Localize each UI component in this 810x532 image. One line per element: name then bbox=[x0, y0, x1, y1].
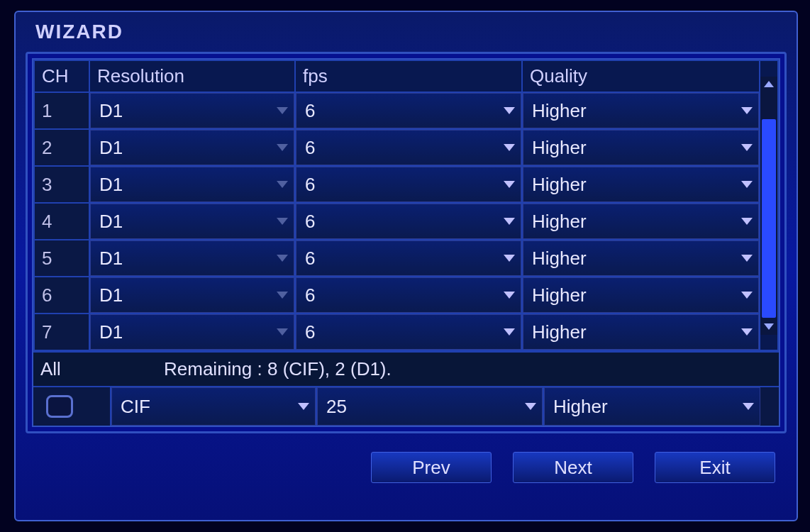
all-resolution-select[interactable]: CIF bbox=[111, 387, 316, 426]
header-ch: CH bbox=[34, 60, 89, 92]
chevron-down-icon bbox=[504, 328, 515, 336]
scroll-up-button[interactable] bbox=[760, 77, 777, 92]
table-row: 1 D1 6 Higher bbox=[34, 92, 778, 129]
chevron-down-icon bbox=[743, 403, 754, 410]
table-row: 7 D1 6 Higher bbox=[34, 314, 778, 350]
chevron-down-icon bbox=[741, 181, 753, 188]
fps-select[interactable]: 6 bbox=[296, 277, 521, 313]
table-row: 6 D1 6 Higher bbox=[34, 277, 778, 314]
channel-grid: CH Resolution fps Quality 1 D1 bbox=[32, 58, 780, 427]
resolution-select[interactable]: D1 bbox=[90, 314, 294, 350]
prev-button[interactable]: Prev bbox=[371, 452, 492, 483]
chevron-down-icon bbox=[504, 218, 515, 225]
chevron-down-icon bbox=[741, 255, 753, 262]
chevron-down-icon bbox=[504, 144, 515, 151]
settings-panel: CH Resolution fps Quality 1 D1 bbox=[26, 52, 787, 433]
scroll-thumb[interactable] bbox=[762, 119, 776, 318]
button-bar: Prev Next Exit bbox=[16, 439, 797, 483]
scrollbar[interactable] bbox=[760, 77, 777, 335]
chevron-down-icon bbox=[741, 107, 753, 114]
remaining-text: Remaining : 8 (CIF), 2 (D1). bbox=[164, 358, 773, 380]
fps-select[interactable]: 6 bbox=[296, 204, 521, 239]
chevron-down-icon bbox=[741, 144, 753, 151]
fps-select[interactable]: 6 bbox=[296, 240, 521, 276]
all-checkbox[interactable] bbox=[46, 395, 73, 418]
quality-select[interactable]: Higher bbox=[523, 167, 759, 202]
resolution-select[interactable]: D1 bbox=[90, 167, 294, 202]
ch-label: 7 bbox=[34, 314, 89, 350]
chevron-down-icon bbox=[277, 328, 288, 336]
scrollbar-cell bbox=[760, 60, 778, 350]
chevron-down-icon bbox=[504, 107, 515, 114]
resolution-select[interactable]: D1 bbox=[90, 93, 294, 128]
table-row: 5 D1 6 Higher bbox=[34, 240, 778, 277]
quality-select[interactable]: Higher bbox=[523, 240, 759, 276]
quality-select[interactable]: Higher bbox=[523, 93, 759, 128]
all-fps-select[interactable]: 25 bbox=[317, 387, 543, 426]
chevron-down-icon bbox=[277, 107, 288, 114]
chevron-down-icon bbox=[298, 403, 309, 410]
fps-select[interactable]: 6 bbox=[296, 167, 521, 202]
chevron-down-icon bbox=[525, 403, 536, 410]
ch-label: 4 bbox=[34, 203, 89, 240]
chevron-down-icon bbox=[277, 144, 288, 151]
header-resolution: Resolution bbox=[89, 60, 295, 92]
chevron-down-icon bbox=[741, 292, 753, 299]
resolution-select[interactable]: D1 bbox=[90, 130, 294, 165]
chevron-down-icon bbox=[277, 255, 288, 262]
chevron-down-icon bbox=[741, 218, 753, 225]
chevron-down-icon bbox=[277, 218, 288, 225]
chevron-down-icon bbox=[504, 255, 515, 262]
all-quality-select[interactable]: Higher bbox=[544, 387, 760, 426]
chevron-down-icon bbox=[277, 292, 288, 299]
next-button[interactable]: Next bbox=[513, 452, 633, 483]
resolution-select[interactable]: D1 bbox=[90, 240, 294, 276]
header-quality: Quality bbox=[522, 60, 760, 92]
exit-button[interactable]: Exit bbox=[655, 452, 775, 483]
table-row: 4 D1 6 Higher bbox=[34, 203, 778, 240]
resolution-select[interactable]: D1 bbox=[90, 277, 294, 313]
chevron-down-icon bbox=[277, 181, 288, 188]
all-label: All bbox=[36, 358, 164, 380]
ch-label: 6 bbox=[34, 277, 89, 314]
quality-select[interactable]: Higher bbox=[523, 314, 759, 350]
window-title: WIZARD bbox=[16, 12, 797, 49]
ch-label: 5 bbox=[34, 240, 89, 277]
table-row: 3 D1 6 Higher bbox=[34, 166, 778, 203]
header-fps: fps bbox=[295, 60, 522, 92]
table-row: 2 D1 6 Higher bbox=[34, 129, 778, 166]
ch-label: 3 bbox=[34, 166, 89, 203]
resolution-select[interactable]: D1 bbox=[90, 204, 294, 239]
scroll-down-button[interactable] bbox=[760, 319, 777, 335]
status-row: All Remaining : 8 (CIF), 2 (D1). bbox=[33, 351, 779, 386]
chevron-down-icon bbox=[504, 181, 515, 188]
ch-label: 2 bbox=[34, 129, 89, 166]
all-channels-row: CIF 25 Higher bbox=[33, 386, 779, 426]
fps-select[interactable]: 6 bbox=[296, 130, 521, 165]
quality-select[interactable]: Higher bbox=[523, 204, 759, 239]
ch-label: 1 bbox=[34, 92, 89, 129]
quality-select[interactable]: Higher bbox=[523, 130, 759, 165]
chevron-down-icon bbox=[504, 292, 515, 299]
fps-select[interactable]: 6 bbox=[296, 314, 521, 350]
wizard-window: WIZARD CH Resolution fps Quality bbox=[14, 11, 798, 521]
fps-select[interactable]: 6 bbox=[296, 93, 521, 128]
chevron-down-icon bbox=[741, 328, 753, 336]
quality-select[interactable]: Higher bbox=[523, 277, 759, 313]
